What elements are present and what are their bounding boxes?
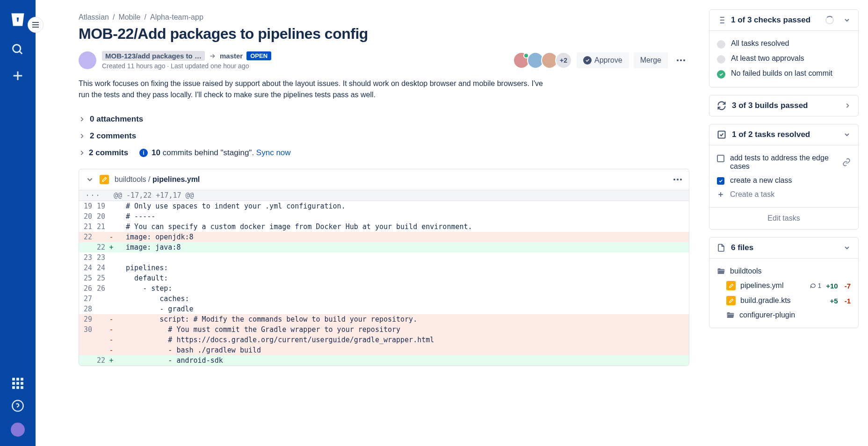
task-checkbox[interactable]: [717, 155, 724, 162]
checklist-icon: [717, 16, 725, 24]
svg-point-6: [677, 179, 679, 180]
check-item: At least two approvals: [717, 51, 851, 66]
link-icon[interactable]: [842, 158, 851, 166]
checks-panel-header[interactable]: 1 of 3 checks passed: [709, 10, 858, 30]
author-avatar[interactable]: [79, 51, 96, 69]
svg-point-7: [680, 179, 682, 180]
diff-file-path[interactable]: buildtools / pipelines.yml: [115, 175, 200, 184]
search-icon[interactable]: [11, 43, 24, 56]
diff-line[interactable]: 1919 # Only use spaces to indent your .y…: [79, 201, 689, 211]
svg-point-3: [680, 59, 682, 61]
folder-row[interactable]: configurer-plugin: [717, 308, 851, 322]
diff-line[interactable]: 22+ - android-sdk: [79, 355, 689, 366]
file-icon: [717, 244, 725, 252]
plus-icon[interactable]: [11, 69, 24, 82]
builds-panel[interactable]: 3 of 3 builds passed: [709, 95, 859, 116]
diff-line[interactable]: 22+ image: java:8: [79, 242, 689, 252]
diff-line[interactable]: 2020 # -----: [79, 211, 689, 222]
diff-line[interactable]: 2626 - step:: [79, 283, 689, 294]
breadcrumb-link[interactable]: Mobile: [118, 13, 140, 22]
user-avatar[interactable]: [11, 423, 25, 437]
diff-line[interactable]: 29- script: # Modify the commands below …: [79, 314, 689, 324]
diff-file: buildtools / pipelines.yml ··· @@ -17,22…: [79, 169, 689, 366]
global-nav: [0, 0, 36, 446]
folder-open-icon: [717, 267, 725, 275]
create-task[interactable]: Create a task: [717, 187, 851, 201]
arrow-right-icon: [209, 52, 216, 60]
diff-line[interactable]: 2424 pipelines:: [79, 263, 689, 273]
builds-icon: [717, 101, 726, 110]
chevron-right-icon: [79, 116, 85, 122]
main-content: Atlassian/ Mobile/ Alpha-team-app MOB-22…: [36, 0, 709, 446]
svg-point-4: [683, 59, 685, 61]
diff-line[interactable]: - # https://docs.gradle.org/current/user…: [79, 335, 689, 345]
breadcrumb-link[interactable]: Atlassian: [79, 13, 109, 22]
files-panel: 6 files buildtools pipelines.yml 1 +10 -…: [709, 237, 859, 328]
more-reviewers[interactable]: +2: [555, 52, 572, 69]
chevron-right-icon: [844, 102, 851, 109]
task-checkbox[interactable]: [717, 177, 724, 185]
diff-line[interactable]: 27 caches:: [79, 294, 689, 304]
diff-line[interactable]: - - bash ./gradlew build: [79, 345, 689, 355]
file-row[interactable]: build.gradle.kts +5 -1: [717, 293, 851, 308]
more-actions-icon[interactable]: [673, 52, 689, 69]
commits-section[interactable]: 2 commits i 10 commits behind "staging".…: [79, 144, 689, 161]
pending-icon: [717, 55, 725, 64]
chevron-right-icon: [79, 150, 85, 156]
approve-button[interactable]: Approve: [577, 52, 629, 68]
edit-tasks-button[interactable]: Edit tasks: [709, 207, 858, 229]
chevron-down-icon[interactable]: [843, 244, 851, 252]
task-item: create a new class: [717, 173, 851, 187]
source-branch[interactable]: MOB-123/add packages to pi...: [102, 51, 205, 61]
attachments-section[interactable]: 0 attachments: [79, 111, 689, 128]
svg-point-0: [13, 45, 21, 52]
diff-line[interactable]: 2121 # You can specify a custom docker i…: [79, 222, 689, 232]
diff-line[interactable]: 28 - gradle: [79, 304, 689, 314]
pr-status-badge: OPEN: [246, 51, 271, 60]
diff-line[interactable]: 2323: [79, 252, 689, 263]
diff-line[interactable]: 30- # You must commit the Gradle wrapper…: [79, 324, 689, 335]
diff-more-icon[interactable]: [673, 178, 682, 181]
folder-open-icon: [726, 311, 735, 319]
svg-point-5: [673, 179, 675, 180]
reviewer-avatars[interactable]: +2: [513, 52, 572, 69]
success-icon: [717, 70, 725, 79]
files-panel-header[interactable]: 6 files: [709, 237, 858, 258]
expand-hunk-icon[interactable]: ···: [79, 190, 107, 201]
tasks-panel: 1 of 2 tasks resolved add tests to addre…: [709, 124, 859, 230]
chevron-down-icon[interactable]: [843, 16, 851, 24]
pending-icon: [717, 40, 725, 49]
task-item: add tests to address the edge cases: [717, 151, 851, 173]
file-modified-icon: [726, 281, 736, 290]
merge-button[interactable]: Merge: [634, 52, 668, 68]
task-icon: [717, 130, 726, 139]
chevron-down-icon[interactable]: [843, 131, 851, 138]
info-icon: i: [139, 149, 148, 157]
breadcrumb: Atlassian/ Mobile/ Alpha-team-app: [79, 13, 689, 22]
breadcrumb-link[interactable]: Alpha-team-app: [150, 13, 203, 22]
file-modified-icon: [100, 175, 109, 184]
file-modified-icon: [726, 296, 736, 305]
folder-row[interactable]: buildtools: [717, 264, 851, 278]
spinner-icon: [825, 16, 834, 24]
check-item: All tasks resolved: [717, 36, 851, 51]
check-circle-icon: [583, 56, 592, 65]
pr-timestamps: Created 11 hours ago · Last updated one …: [102, 62, 507, 70]
diff-line[interactable]: 2525 default:: [79, 273, 689, 283]
task-label: create a new class: [730, 176, 792, 185]
sync-now-link[interactable]: Sync now: [256, 148, 291, 157]
sidebar-toggle[interactable]: [28, 17, 43, 33]
chevron-down-icon[interactable]: [86, 175, 94, 184]
target-branch[interactable]: master: [220, 52, 243, 60]
app-switcher-icon[interactable]: [12, 378, 23, 389]
diff-line[interactable]: 22- image: openjdk:8: [79, 232, 689, 242]
help-icon[interactable]: [11, 399, 24, 412]
comments-section[interactable]: 2 comments: [79, 128, 689, 144]
tasks-panel-header[interactable]: 1 of 2 tasks resolved: [709, 124, 858, 145]
check-item: No failed builds on last commit: [717, 66, 851, 81]
diff-body: ··· @@ -17,22 +17,17 @@ 1919 # Only use …: [79, 190, 689, 366]
diff-hunk-header: ··· @@ -17,22 +17,17 @@: [79, 190, 689, 201]
file-row[interactable]: pipelines.yml 1 +10 -7: [717, 278, 851, 293]
task-label: add tests to address the edge cases: [730, 154, 837, 171]
bitbucket-logo-icon[interactable]: [9, 11, 26, 28]
